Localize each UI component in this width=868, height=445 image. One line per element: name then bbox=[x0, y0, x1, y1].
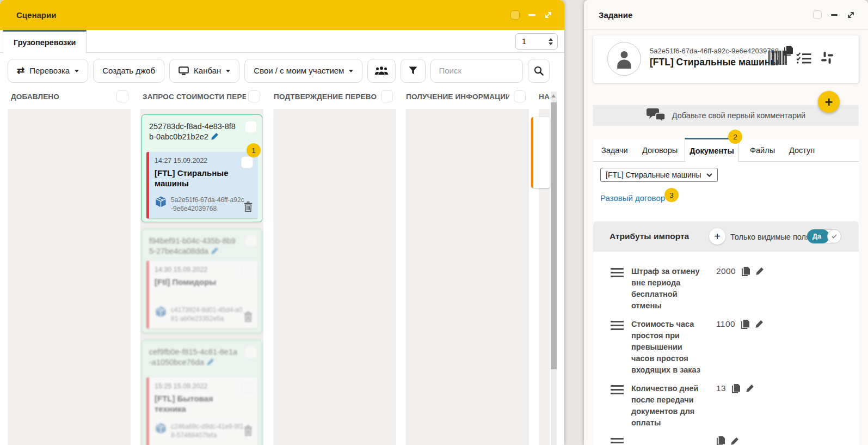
filter-funnel-icon bbox=[409, 66, 417, 75]
drag-handle-icon[interactable] bbox=[611, 268, 624, 279]
column-select-checkbox[interactable] bbox=[381, 90, 393, 102]
column-select-checkbox[interactable] bbox=[248, 90, 260, 102]
card-title: [FTL] Стиральные машины bbox=[155, 168, 239, 188]
delete-trash-icon[interactable] bbox=[244, 202, 253, 212]
package-box-icon bbox=[155, 422, 167, 435]
restore-window-button[interactable] bbox=[813, 10, 822, 19]
documents-tab-content: [FTL] Стиральные машины Разовый договор … bbox=[593, 162, 859, 221]
card-checkbox[interactable] bbox=[241, 156, 253, 168]
delete-trash-icon[interactable] bbox=[244, 312, 253, 322]
card-task-id: c246a69c-d9dc-41e9-9f18-57468407fefa bbox=[171, 422, 246, 440]
search-icon bbox=[534, 66, 544, 76]
visible-fields-toggle[interactable]: Да bbox=[807, 229, 841, 243]
tab-files[interactable]: Файлы bbox=[750, 146, 775, 155]
search-input[interactable] bbox=[430, 59, 523, 83]
search-button[interactable] bbox=[528, 59, 550, 83]
card-checkbox[interactable] bbox=[241, 265, 253, 277]
attribute-label: Штраф за отмену вне периода бесплатной о… bbox=[631, 266, 707, 312]
expand-window-icon[interactable] bbox=[847, 11, 855, 19]
edit-pencil-icon[interactable] bbox=[206, 358, 214, 366]
scenarios-window-controls bbox=[510, 10, 552, 20]
minimize-window-button[interactable] bbox=[831, 14, 838, 16]
tab-contracts[interactable]: Договоры bbox=[642, 146, 678, 155]
tab-freight[interactable]: Грузоперевозки bbox=[3, 30, 87, 53]
document-select[interactable]: [FTL] Стиральные машины bbox=[600, 168, 718, 182]
task-card-appliances[interactable]: 15:25 15.09.2022 [FTL] Бытовая техника c… bbox=[146, 377, 257, 445]
card-timestamp: 14:30 15.09.2022 bbox=[155, 266, 207, 273]
column-select-checkbox[interactable] bbox=[514, 90, 526, 102]
add-button[interactable]: + bbox=[818, 91, 840, 113]
kanban-view-dropdown-button[interactable]: Канбан bbox=[169, 59, 239, 83]
package-box-icon bbox=[155, 196, 167, 208]
tab-access[interactable]: Доступ bbox=[789, 146, 815, 155]
expand-window-icon[interactable] bbox=[544, 11, 552, 19]
tab-tasks[interactable]: Задачи bbox=[601, 146, 628, 155]
edit-pencil-icon[interactable] bbox=[730, 437, 739, 445]
card-group-id: f94bef91-b04c-435b-8b95-27be4ca08dda bbox=[142, 229, 262, 257]
create-job-button[interactable]: Создать джоб bbox=[93, 59, 164, 83]
card-counter-badge: 1 bbox=[247, 143, 261, 157]
restore-window-button[interactable] bbox=[510, 10, 520, 20]
attribute-row: Количество дней после передачи документо… bbox=[611, 383, 859, 429]
scrollbar-thumb[interactable] bbox=[551, 102, 557, 369]
participants-button[interactable] bbox=[367, 59, 396, 83]
task-window-controls bbox=[813, 10, 855, 19]
edit-pencil-icon[interactable] bbox=[211, 247, 219, 255]
barcode-icon[interactable] bbox=[768, 51, 787, 65]
page-number-stepper[interactable] bbox=[549, 38, 553, 45]
add-attribute-button[interactable]: + bbox=[709, 228, 725, 245]
drag-handle-icon[interactable] bbox=[611, 321, 624, 332]
delete-trash-icon[interactable] bbox=[244, 425, 253, 436]
copy-icon[interactable] bbox=[716, 436, 725, 445]
slack-icon[interactable] bbox=[821, 51, 834, 64]
attribute-value: 1100 bbox=[716, 319, 735, 329]
task-card-washing-machines[interactable]: 14:27 15.09.2022 [FTL] Стиральные машины… bbox=[146, 152, 257, 218]
column-header-added: ДОБАВЛЕНО bbox=[11, 93, 114, 101]
filter-button[interactable] bbox=[401, 59, 426, 83]
task-window: Задание 5a2e51f6-67da-46ff-a92c-9e6e4203… bbox=[584, 0, 868, 445]
kanban-vertical-scrollbar[interactable] bbox=[551, 92, 557, 445]
copy-icon[interactable] bbox=[741, 267, 750, 276]
check-icon bbox=[832, 234, 837, 239]
toggle-knob[interactable] bbox=[827, 229, 841, 243]
column-select-checkbox[interactable] bbox=[116, 90, 128, 102]
scroll-up-arrow[interactable] bbox=[551, 94, 556, 97]
edit-pencil-icon[interactable] bbox=[755, 267, 764, 276]
card-group-checkbox[interactable] bbox=[245, 346, 257, 358]
card-checkbox[interactable] bbox=[241, 382, 253, 394]
edit-pencil-icon[interactable] bbox=[755, 320, 764, 328]
card-group-checkbox[interactable] bbox=[245, 235, 257, 247]
page-number-input[interactable] bbox=[516, 36, 542, 46]
scope-filter-dropdown-button[interactable]: Свои / с моим участием bbox=[244, 59, 362, 83]
card-group-washing-machines[interactable]: 252783dc-f8ad-4e83-8f8b-0abc0b21b2e2 14:… bbox=[141, 114, 262, 222]
page-number-control bbox=[515, 33, 558, 50]
minimize-window-button[interactable] bbox=[528, 14, 535, 16]
copy-icon[interactable] bbox=[741, 320, 749, 329]
column-header-cost-request: ЗАПРОС СТОИМОСТИ ПЕРЕВО... bbox=[143, 93, 246, 101]
attribute-value: 2000 bbox=[716, 266, 736, 276]
checklist-icon[interactable] bbox=[796, 52, 811, 64]
task-card-tomatoes[interactable]: 14:30 15.09.2022 [Ftl] Помидоры c4173924… bbox=[146, 261, 257, 328]
drag-handle-icon[interactable] bbox=[611, 438, 624, 445]
transport-dropdown-button[interactable]: ⇄ Перевозка bbox=[8, 59, 88, 83]
package-box-icon bbox=[155, 306, 167, 318]
avatar[interactable] bbox=[607, 42, 641, 76]
card-group-tomatoes[interactable]: f94bef91-b04c-435b-8b95-27be4ca08dda 14:… bbox=[141, 229, 262, 333]
attribute-label: Количество дней после передачи документо… bbox=[631, 383, 707, 429]
one-time-contract-link[interactable]: Разовый договор bbox=[600, 193, 665, 203]
comment-prompt-bar[interactable]: Добавьте свой первый комментарий bbox=[593, 105, 859, 126]
scenarios-window-title: Сценарии bbox=[16, 10, 56, 20]
swap-arrows-icon: ⇄ bbox=[17, 66, 24, 75]
person-icon bbox=[615, 49, 633, 69]
drag-handle-icon[interactable] bbox=[611, 385, 624, 397]
scenarios-window: Сценарии Грузоперевозки ⇄ Перевозка Созд… bbox=[0, 0, 564, 445]
documents-tab-badge: 2 bbox=[728, 130, 742, 144]
next-column-card-sliver[interactable] bbox=[531, 117, 550, 188]
edit-pencil-icon[interactable] bbox=[746, 384, 754, 393]
import-attributes-header: Атрибуты импорта + Только видимые поля Д… bbox=[593, 221, 859, 252]
copy-icon[interactable] bbox=[731, 384, 740, 393]
column-header-confirmation: ПОДТВЕРЖДЕНИЕ ПЕРЕВОЗКИ bbox=[274, 93, 377, 101]
edit-pencil-icon[interactable] bbox=[211, 132, 219, 141]
card-group-appliances[interactable]: cef9fb0e-f815-4c81-8e1a-a1050bce76da 15:… bbox=[141, 340, 262, 445]
card-group-checkbox[interactable] bbox=[245, 121, 257, 133]
